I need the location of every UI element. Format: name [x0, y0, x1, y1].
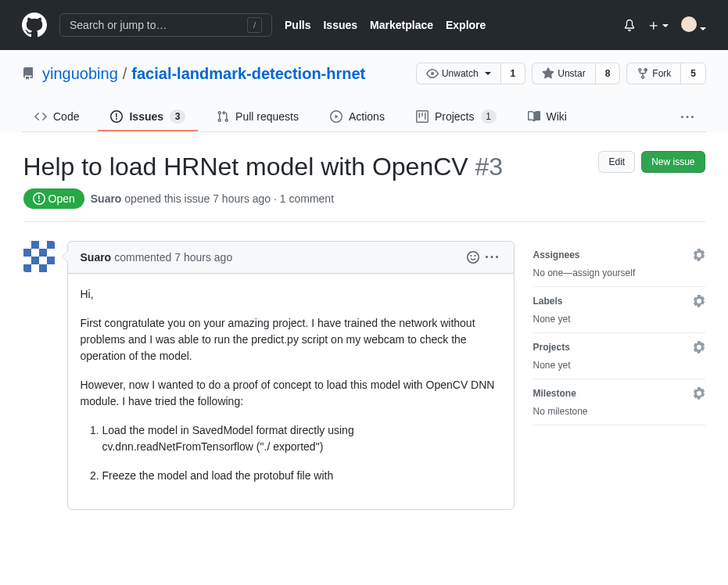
fork-count[interactable]: 5 — [681, 63, 706, 84]
tab-issues[interactable]: Issues 3 — [98, 103, 198, 131]
nav-pulls[interactable]: Pulls — [285, 19, 310, 31]
comment-timestamp: commented 7 hours ago — [114, 251, 232, 264]
tab-code-label: Code — [53, 110, 79, 123]
milestone-header[interactable]: Milestone — [533, 387, 705, 400]
book-icon — [528, 110, 540, 123]
repo-actions: Unwatch 1 Unstar 8 Fork 5 — [416, 63, 706, 84]
tab-projects-label: Projects — [435, 110, 475, 123]
projects-header[interactable]: Projects — [533, 341, 705, 354]
comment-box: Suaro commented 7 hours ago Hi, First co… — [67, 241, 515, 510]
milestone-title: Milestone — [533, 388, 576, 399]
repo-owner-link[interactable]: yinguobing — [42, 65, 118, 83]
comment-menu-button[interactable] — [482, 248, 501, 267]
state-label: Open — [48, 192, 75, 205]
issue-meta-text: opened this issue 7 hours ago · 1 commen… — [124, 192, 334, 205]
repo-icon — [22, 67, 34, 80]
watch-count[interactable]: 1 — [501, 63, 526, 84]
assignees-title: Assignees — [533, 249, 580, 260]
star-count[interactable]: 8 — [596, 63, 621, 84]
milestone-body: No milestone — [533, 406, 705, 417]
issue-open-icon — [33, 192, 45, 205]
watch-button-group: Unwatch 1 — [416, 63, 525, 84]
tab-wiki-label: Wiki — [547, 110, 567, 123]
labels-body: None yet — [533, 314, 705, 325]
fork-button[interactable]: Fork — [626, 63, 681, 84]
comment-author[interactable]: Suaro — [81, 251, 112, 264]
gear-icon — [693, 387, 705, 400]
tab-actions[interactable]: Actions — [317, 104, 397, 131]
user-menu[interactable] — [681, 16, 706, 34]
projects-count: 1 — [481, 109, 497, 124]
gear-icon — [693, 341, 705, 354]
sidebar-labels: Labels None yet — [533, 287, 705, 333]
tab-projects[interactable]: Projects 1 — [403, 103, 509, 131]
star-icon — [542, 67, 554, 80]
fork-button-group: Fork 5 — [626, 63, 706, 84]
smiley-icon — [467, 251, 479, 264]
notifications-icon[interactable] — [623, 19, 636, 31]
labels-header[interactable]: Labels — [533, 295, 705, 307]
edit-button[interactable]: Edit — [598, 151, 635, 173]
repo-sep: / — [123, 65, 127, 83]
repo-tabs: Code Issues 3 Pull requests Actions Proj… — [22, 103, 706, 132]
star-label: Unstar — [558, 66, 585, 81]
tab-actions-label: Actions — [349, 110, 385, 123]
code-icon — [34, 110, 47, 123]
issue-sidebar: Assignees No one—assign yourself Labels … — [533, 241, 705, 510]
nav-issues[interactable]: Issues — [323, 19, 357, 31]
repo-title: yinguobing / facial-landmark-detection-h… — [22, 65, 365, 83]
gear-icon — [693, 249, 705, 261]
star-button-group: Unstar 8 — [532, 63, 620, 84]
issue-author[interactable]: Suaro — [91, 192, 122, 205]
sidebar-projects: Projects None yet — [533, 333, 705, 379]
gear-icon — [693, 295, 705, 307]
play-icon — [330, 110, 342, 123]
avatar-icon — [681, 16, 697, 32]
comment-avatar[interactable] — [23, 241, 55, 272]
nav-marketplace[interactable]: Marketplace — [370, 19, 433, 31]
project-icon — [416, 110, 429, 123]
repo-header: yinguobing / facial-landmark-detection-h… — [0, 50, 728, 132]
create-new-dropdown[interactable] — [648, 19, 669, 31]
tab-wiki[interactable]: Wiki — [515, 104, 579, 131]
watch-label: Unwatch — [442, 66, 479, 81]
issue-title: Help to load HRNet model with OpenCV #3 — [23, 151, 504, 182]
projects-title: Projects — [533, 342, 570, 353]
comment-p2: First congratulate you on your amazing p… — [81, 315, 501, 364]
eye-icon — [426, 67, 439, 80]
more-tabs-button[interactable] — [669, 105, 706, 130]
nav-explore[interactable]: Explore — [446, 19, 486, 31]
tab-pulls[interactable]: Pull requests — [204, 104, 311, 131]
new-issue-button[interactable]: New issue — [641, 151, 705, 173]
kebab-icon — [486, 251, 498, 264]
tab-code[interactable]: Code — [22, 104, 91, 131]
comment-li2: Freeze the model and load the protobuf f… — [102, 468, 501, 484]
tab-pulls-label: Pull requests — [235, 110, 299, 123]
tab-issues-label: Issues — [129, 110, 163, 123]
fork-label: Fork — [652, 66, 671, 81]
comment-timeline-item: Suaro commented 7 hours ago Hi, First co… — [23, 241, 515, 510]
pull-request-icon — [217, 110, 229, 123]
slash-key-icon: / — [247, 17, 262, 33]
kebab-icon — [681, 111, 694, 124]
fork-icon — [637, 67, 649, 80]
repo-name-link[interactable]: facial-landmark-detection-hrnet — [131, 65, 365, 83]
state-badge: Open — [23, 188, 84, 209]
projects-body: None yet — [533, 360, 705, 371]
assign-yourself-link[interactable]: No one—assign yourself — [533, 267, 636, 278]
issue-number: #3 — [475, 153, 504, 181]
star-button[interactable]: Unstar — [532, 63, 595, 84]
labels-title: Labels — [533, 296, 563, 307]
sidebar-milestone: Milestone No milestone — [533, 379, 705, 425]
main-content: Help to load HRNet model with OpenCV #3 … — [2, 132, 727, 529]
github-logo[interactable] — [22, 13, 47, 38]
add-reaction-button[interactable] — [464, 248, 482, 267]
nav-links: Pulls Issues Marketplace Explore — [285, 19, 486, 31]
comment-body: Hi, First congratulate you on your amazi… — [68, 274, 514, 509]
search-input[interactable] — [70, 19, 247, 31]
watch-button[interactable]: Unwatch — [416, 63, 501, 84]
assignees-header[interactable]: Assignees — [533, 249, 705, 261]
search-box[interactable]: / — [59, 13, 272, 37]
issues-count: 3 — [170, 109, 185, 124]
comment-li1: Load the model in SavedModel format dire… — [102, 422, 501, 455]
